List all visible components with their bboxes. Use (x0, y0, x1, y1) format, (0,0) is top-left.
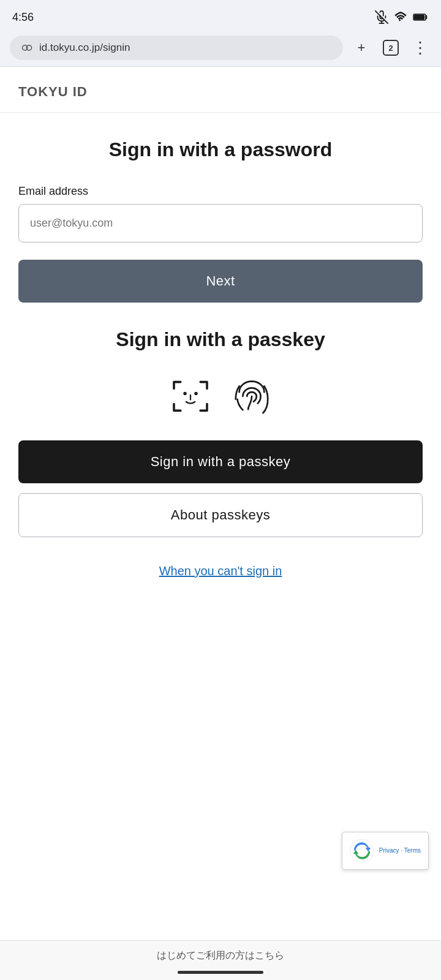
battery-icon (413, 10, 429, 24)
password-section-heading: Sign in with a password (18, 137, 423, 163)
brand-title: TOKYU ID (18, 84, 88, 99)
bottom-bar: はじめてご利用の方はこちら (0, 940, 441, 980)
status-time: 4:56 (12, 11, 34, 24)
recaptcha-logo-icon (350, 839, 374, 863)
sign-in-passkey-button[interactable]: Sign in with a passkey (18, 440, 423, 483)
face-id-icon (168, 374, 213, 418)
about-passkeys-button[interactable]: About passkeys (18, 493, 423, 537)
wifi-icon (393, 10, 408, 24)
status-icons (375, 10, 429, 24)
svg-point-9 (194, 392, 197, 395)
email-label: Email address (18, 185, 423, 198)
recaptcha-terms-link[interactable]: Terms (404, 847, 421, 854)
mute-icon (375, 10, 388, 24)
main-content: Sign in with a password Email address Ne… (0, 113, 441, 603)
recaptcha-text: Privacy · Terms (379, 846, 421, 855)
new-tab-button[interactable]: + (350, 37, 372, 59)
recaptcha-badge: Privacy · Terms (342, 832, 429, 870)
browser-chrome: id.tokyu.co.jp/signin + 2 ⋮ (0, 32, 441, 67)
page-wrapper: 4:56 (0, 0, 441, 980)
email-input[interactable] (18, 204, 423, 243)
cant-sign-in-link[interactable]: When you can't sign in (18, 564, 423, 578)
passkey-section-heading: Sign in with a passkey (18, 327, 423, 353)
footer-text[interactable]: はじめてご利用の方はこちら (0, 941, 441, 967)
address-bar-icon (21, 42, 33, 54)
svg-point-8 (183, 392, 186, 395)
fingerprint-icon (231, 375, 273, 417)
status-bar: 4:56 (0, 0, 441, 32)
address-bar[interactable]: id.tokyu.co.jp/signin (10, 36, 343, 60)
home-indicator (178, 971, 263, 974)
brand-header: TOKYU ID (0, 67, 441, 113)
recaptcha-privacy-link[interactable]: Privacy (379, 847, 399, 854)
passkey-icons-row (18, 374, 423, 418)
tab-count-box: 2 (383, 40, 399, 56)
tab-count-button[interactable]: 2 (380, 37, 402, 59)
browser-menu-button[interactable]: ⋮ (409, 37, 431, 59)
svg-rect-5 (415, 15, 424, 20)
address-bar-url: id.tokyu.co.jp/signin (39, 42, 130, 54)
next-button[interactable]: Next (18, 260, 423, 303)
